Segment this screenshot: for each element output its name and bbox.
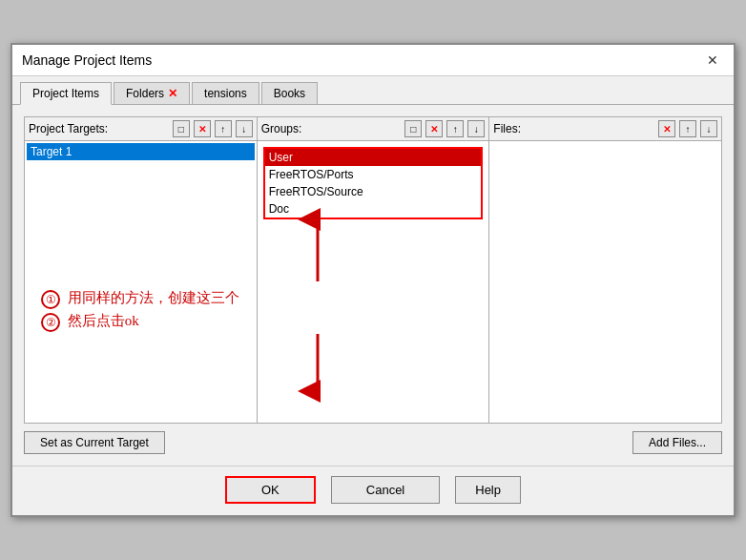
targets-header: Project Targets: □ ✕ ↑ ↓	[25, 117, 257, 141]
dialog-title: Manage Project Items	[22, 52, 152, 68]
targets-delete-button[interactable]: ✕	[194, 120, 211, 137]
files-delete-button[interactable]: ✕	[658, 120, 675, 137]
groups-new-button[interactable]: □	[404, 120, 422, 137]
tab-project-items[interactable]: Project Items	[20, 82, 112, 105]
groups-list-red-border: User FreeRTOS/Ports FreeRTOS/Source Doc	[263, 147, 484, 219]
files-header: Files: ✕ ↑ ↓	[489, 117, 721, 141]
set-current-target-button[interactable]: Set as Current Target	[24, 431, 165, 454]
close-button[interactable]: ✕	[701, 51, 724, 70]
groups-label: Groups:	[261, 122, 402, 135]
list-item[interactable]: User	[265, 149, 482, 166]
manage-project-items-dialog: Manage Project Items ✕ Project Items Fol…	[10, 43, 736, 517]
tab-extensions[interactable]: tensions	[192, 82, 259, 104]
files-label: Files:	[493, 122, 654, 135]
cancel-button[interactable]: Cancel	[331, 476, 440, 504]
files-list	[489, 141, 721, 423]
files-up-button[interactable]: ↑	[679, 120, 696, 137]
tab-extensions-label: tensions	[204, 87, 247, 100]
tab-books[interactable]: Books	[261, 82, 318, 104]
title-bar: Manage Project Items ✕	[12, 45, 734, 76]
add-files-button[interactable]: Add Files...	[632, 431, 722, 454]
groups-header: Groups: □ ✕ ↑ ↓	[258, 117, 489, 141]
groups-column: Groups: □ ✕ ↑ ↓ User FreeRTOS/Ports Free…	[258, 117, 490, 423]
targets-new-button[interactable]: □	[173, 120, 190, 137]
list-item[interactable]: FreeRTOS/Source	[265, 183, 482, 200]
list-item[interactable]: Target 1	[27, 143, 255, 160]
groups-list: User FreeRTOS/Ports FreeRTOS/Source Doc	[258, 141, 489, 423]
help-button[interactable]: Help	[455, 476, 521, 504]
columns-container: Project Targets: □ ✕ ↑ ↓ Target 1 Groups…	[24, 116, 722, 424]
tab-bar: Project Items Folders ✕ tensions Books	[12, 76, 734, 105]
files-down-button[interactable]: ↓	[700, 120, 717, 137]
list-item[interactable]: Doc	[265, 200, 482, 218]
targets-label: Project Targets:	[29, 122, 169, 135]
bottom-row: Set as Current Target Add Files...	[24, 431, 722, 454]
targets-up-button[interactable]: ↑	[215, 120, 232, 137]
groups-up-button[interactable]: ↑	[446, 120, 464, 137]
main-content: Project Targets: □ ✕ ↑ ↓ Target 1 Groups…	[12, 105, 734, 466]
list-item[interactable]: FreeRTOS/Ports	[265, 166, 482, 183]
groups-down-button[interactable]: ↓	[467, 120, 485, 137]
tab-folders-label: Folders	[126, 87, 164, 100]
targets-column: Project Targets: □ ✕ ↑ ↓ Target 1	[25, 117, 258, 423]
tab-folders-close-icon[interactable]: ✕	[168, 87, 177, 100]
ok-button[interactable]: OK	[225, 476, 316, 504]
ok-cancel-row: OK Cancel Help	[12, 466, 734, 515]
groups-delete-button[interactable]: ✕	[425, 120, 443, 137]
tab-project-items-label: Project Items	[32, 87, 99, 100]
files-column: Files: ✕ ↑ ↓	[489, 117, 721, 423]
targets-down-button[interactable]: ↓	[236, 120, 253, 137]
tab-folders[interactable]: Folders ✕	[114, 82, 190, 104]
tab-books-label: Books	[274, 87, 305, 100]
targets-list: Target 1	[25, 141, 257, 423]
